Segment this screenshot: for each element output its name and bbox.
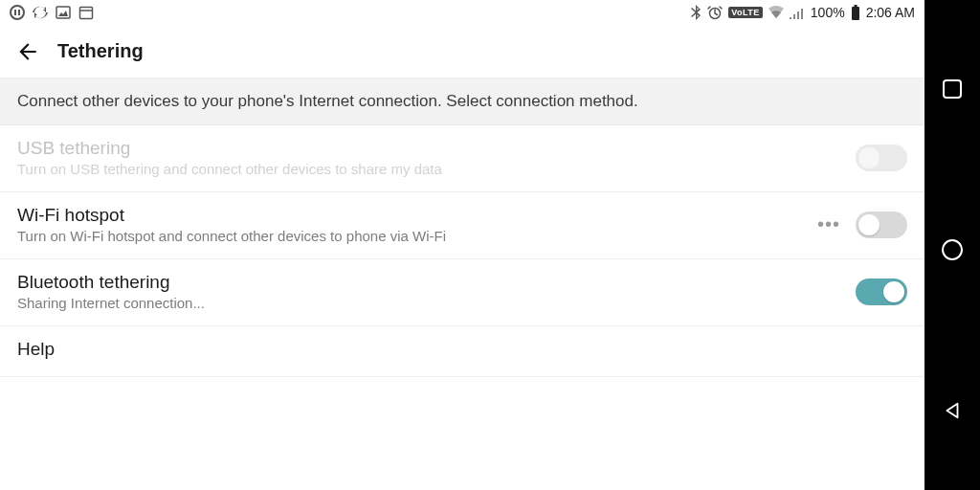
section-description: Connect other devices to your phone's In… — [0, 78, 924, 125]
page-title: Tethering — [57, 40, 144, 62]
row-title: Help — [17, 339, 907, 360]
svg-rect-2 — [18, 10, 20, 15]
row-title: USB tethering — [17, 138, 856, 159]
battery-icon — [851, 5, 860, 20]
svg-point-0 — [11, 6, 24, 19]
row-subtitle: Sharing Internet connection... — [17, 295, 856, 311]
back-button[interactable] — [15, 39, 40, 64]
status-bar: VoLTE 100% 2:06 AM — [0, 0, 924, 25]
row-title: Wi-Fi hotspot — [17, 205, 817, 226]
row-subtitle: Turn on USB tethering and connect other … — [17, 161, 856, 177]
row-bluetooth-tethering[interactable]: Bluetooth tethering Sharing Internet con… — [0, 259, 924, 326]
svg-rect-3 — [56, 7, 70, 18]
sync-icon — [33, 5, 48, 20]
svg-rect-4 — [80, 8, 93, 19]
svg-rect-7 — [854, 5, 857, 7]
svg-rect-1 — [14, 10, 16, 15]
row-usb-tethering: USB tethering Turn on USB tethering and … — [0, 125, 924, 192]
row-help[interactable]: Help — [0, 326, 924, 377]
toggle-wifi-hotspot[interactable] — [856, 212, 907, 238]
row-wifi-hotspot[interactable]: Wi-Fi hotspot Turn on Wi-Fi hotspot and … — [0, 192, 924, 259]
app-icon — [10, 5, 25, 20]
svg-rect-8 — [852, 7, 859, 20]
row-subtitle: Turn on Wi-Fi hotspot and connect other … — [17, 228, 817, 244]
wifi-icon — [768, 6, 784, 19]
image-icon — [56, 5, 71, 20]
system-nav-bar — [924, 0, 980, 490]
clock: 2:06 AM — [866, 5, 915, 20]
volte-badge: VoLTE — [728, 7, 763, 18]
more-icon[interactable]: ••• — [817, 213, 840, 235]
alarm-icon — [707, 5, 723, 20]
app-bar: Tethering — [0, 25, 924, 78]
home-button[interactable] — [940, 237, 965, 262]
toggle-bluetooth-tethering[interactable] — [856, 278, 907, 305]
row-title: Bluetooth tethering — [17, 272, 856, 293]
calendar-icon — [78, 5, 94, 20]
back-nav-button[interactable] — [940, 398, 965, 423]
settings-list: USB tethering Turn on USB tethering and … — [0, 125, 924, 490]
battery-percent: 100% — [811, 5, 845, 20]
recent-apps-button[interactable] — [940, 77, 965, 101]
toggle-usb-tethering — [856, 145, 907, 171]
signal-icon — [790, 6, 805, 19]
bluetooth-icon — [690, 5, 702, 20]
